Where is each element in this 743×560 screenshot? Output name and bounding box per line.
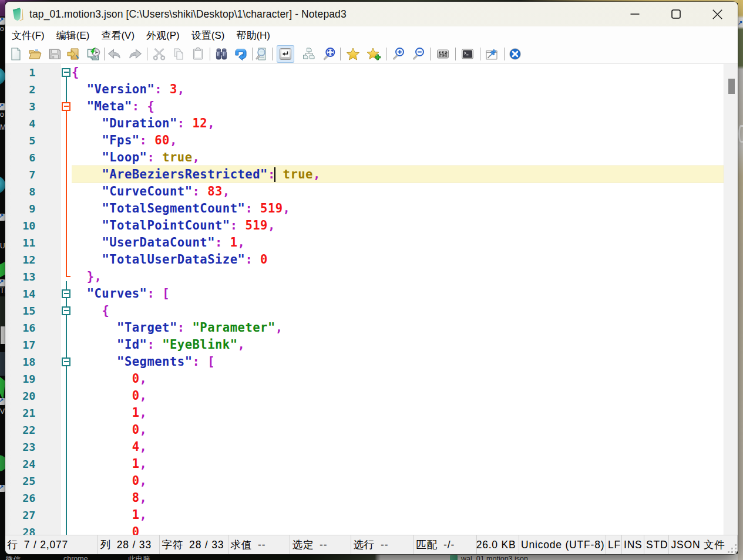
status-label: 求值 bbox=[231, 538, 253, 552]
code-token bbox=[72, 286, 87, 301]
undo-icon bbox=[107, 47, 122, 61]
code-token: 3 bbox=[170, 82, 177, 96]
zoom-in-button[interactable] bbox=[389, 45, 407, 63]
status-segment-2[interactable]: 字符28 / 33 bbox=[160, 535, 228, 554]
code-token: "EyeBlink" bbox=[162, 338, 237, 352]
code-token: : bbox=[147, 150, 154, 164]
menu-item-1[interactable]: 编辑(E) bbox=[51, 27, 96, 44]
status-segment-6[interactable]: 匹配-/- bbox=[414, 535, 477, 554]
new-file-button[interactable] bbox=[7, 45, 25, 63]
line-number-margin: 1234567891011121314151617181920212223242… bbox=[5, 64, 61, 535]
fold-line[interactable] bbox=[66, 366, 67, 535]
desktop-icon-fragment bbox=[0, 296, 5, 326]
code-line-17: "Id": "EyeBlink", bbox=[72, 336, 724, 353]
minimize-button[interactable] bbox=[614, 2, 655, 26]
terminal-button[interactable] bbox=[459, 45, 476, 63]
menu-item-4[interactable]: 设置(S) bbox=[186, 27, 231, 44]
code-view[interactable]: { "Version": 3, "Meta": { "Duration": 12… bbox=[72, 64, 724, 535]
code-token: , bbox=[140, 406, 147, 420]
preview-document-icon bbox=[254, 47, 268, 61]
zoom-out-button[interactable] bbox=[409, 45, 427, 63]
fold-toggle-line-14[interactable] bbox=[62, 289, 70, 298]
close-button[interactable] bbox=[697, 2, 738, 26]
status-segment-11[interactable]: STD bbox=[644, 535, 670, 554]
fold-toggle-line-15[interactable] bbox=[62, 306, 70, 315]
fold-end-corner[interactable] bbox=[66, 276, 70, 277]
word-wrap-button[interactable] bbox=[277, 45, 294, 63]
fold-line[interactable] bbox=[66, 281, 67, 289]
find-button[interactable] bbox=[213, 45, 230, 63]
code-token: 1 bbox=[132, 406, 140, 420]
cut-button[interactable] bbox=[150, 45, 168, 63]
copy-button[interactable] bbox=[170, 45, 187, 63]
code-token bbox=[185, 116, 193, 130]
scheme-mixer-button[interactable] bbox=[434, 45, 452, 63]
open-folder-button[interactable] bbox=[26, 45, 44, 63]
desktop-icon-fragment bbox=[738, 125, 743, 143]
menu-item-2[interactable]: 查看(V) bbox=[95, 27, 140, 44]
code-line-8: "CurveCount": 83, bbox=[72, 183, 724, 200]
pin-window-button[interactable] bbox=[483, 45, 500, 63]
editor-area[interactable]: 1234567891011121314151617181920212223242… bbox=[5, 64, 738, 535]
menu-item-0[interactable]: 文件(F) bbox=[6, 27, 51, 44]
code-token: , bbox=[140, 508, 147, 522]
status-segment-10[interactable]: INS bbox=[622, 535, 644, 554]
status-segment-4[interactable]: 选定-- bbox=[290, 535, 351, 554]
status-segment-8[interactable]: Unicode (UTF-8) bbox=[519, 535, 606, 554]
resize-grip[interactable] bbox=[728, 544, 737, 554]
desktop-taskbar-strip: 微信 chrome 此电脑 wal_01.motion3.json bbox=[0, 554, 743, 560]
save-as-button[interactable] bbox=[65, 45, 82, 63]
scrollbar-thumb[interactable] bbox=[728, 79, 735, 94]
status-label: 列 bbox=[100, 538, 111, 552]
code-token: , bbox=[313, 167, 321, 181]
line-number: 14 bbox=[5, 285, 36, 302]
code-token: "CurveCount" bbox=[102, 184, 192, 198]
focus-view-button[interactable] bbox=[320, 45, 338, 63]
code-token: 60 bbox=[154, 133, 170, 147]
fold-line[interactable] bbox=[66, 315, 67, 357]
paste-button[interactable] bbox=[189, 45, 207, 63]
maximize-button[interactable] bbox=[655, 2, 697, 26]
replace-button[interactable] bbox=[232, 45, 250, 63]
status-segment-3[interactable]: 求值-- bbox=[228, 535, 290, 554]
save-copy-button[interactable] bbox=[85, 45, 102, 63]
undo-button[interactable] bbox=[106, 45, 123, 63]
fold-margin[interactable] bbox=[61, 64, 72, 535]
code-token: 0 bbox=[132, 372, 140, 386]
desktop-label-fragment: V bbox=[0, 407, 5, 416]
fold-line[interactable] bbox=[66, 298, 67, 306]
shortcut-arrow-icon bbox=[0, 18, 5, 25]
fold-line[interactable] bbox=[66, 77, 67, 102]
code-token: "Meta" bbox=[87, 99, 132, 113]
line-number: 27 bbox=[5, 507, 36, 524]
line-number: 7 bbox=[5, 166, 36, 183]
status-segment-7[interactable]: 26.0 KB bbox=[477, 535, 519, 554]
favorites-button[interactable] bbox=[344, 45, 362, 63]
redo-button[interactable] bbox=[126, 45, 144, 63]
fold-toggle-line-1[interactable] bbox=[62, 68, 70, 77]
menu-item-5[interactable]: 帮助(H) bbox=[230, 27, 276, 44]
preview-document-button[interactable] bbox=[253, 45, 270, 63]
fold-toggle-line-3[interactable] bbox=[62, 102, 70, 111]
status-segment-1[interactable]: 列28 / 33 bbox=[98, 535, 160, 554]
fold-tree-button[interactable] bbox=[300, 45, 318, 63]
fold-toggle-line-18[interactable] bbox=[62, 357, 70, 366]
code-token: 4 bbox=[132, 440, 140, 454]
fold-line[interactable] bbox=[66, 111, 67, 277]
title-bar[interactable]: tap_01.motion3.json [C:\Users\shiki\Desk… bbox=[5, 2, 738, 26]
code-token bbox=[162, 82, 170, 96]
status-segment-5[interactable]: 选行-- bbox=[351, 535, 414, 554]
code-token: , bbox=[223, 184, 230, 198]
code-token: , bbox=[193, 150, 200, 164]
exit-button[interactable] bbox=[506, 45, 524, 63]
add-favorite-button[interactable] bbox=[365, 45, 382, 63]
status-segment-0[interactable]: 行7 / 2,077 bbox=[5, 535, 98, 554]
code-line-24: 1, bbox=[72, 456, 724, 473]
desktop-icon-fragment bbox=[0, 352, 5, 376]
favorites-icon bbox=[346, 47, 360, 61]
status-segment-9[interactable]: LF bbox=[606, 535, 622, 554]
menu-item-3[interactable]: 外观(P) bbox=[140, 27, 186, 44]
vertical-scrollbar[interactable] bbox=[724, 64, 738, 535]
save-button[interactable] bbox=[46, 45, 63, 63]
code-line-12: "TotalUserDataSize": 0 bbox=[72, 251, 724, 268]
